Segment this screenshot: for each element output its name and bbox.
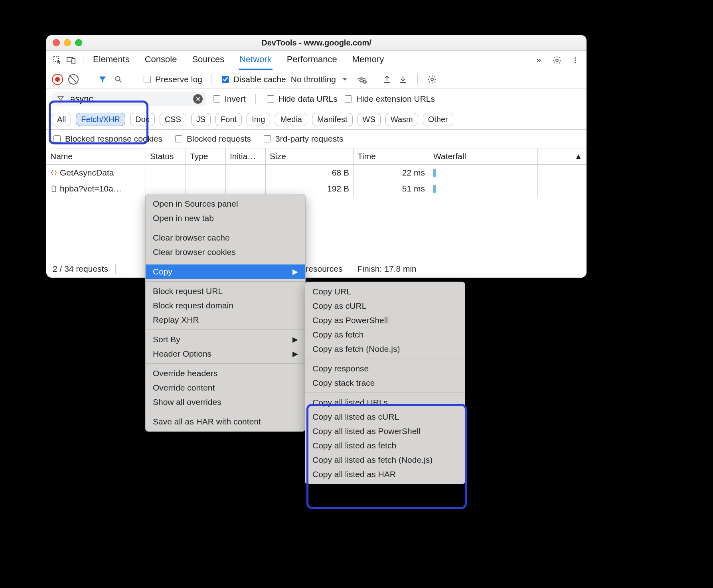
table-row[interactable]: GetAsyncData 68 B 22 ms: [46, 165, 587, 181]
col-sort-indicator[interactable]: ▲: [538, 148, 587, 164]
menu-separator: [146, 228, 305, 228]
menu-replay-xhr[interactable]: Replay XHR: [146, 313, 305, 327]
search-icon[interactable]: [113, 74, 124, 85]
cell-status: [146, 165, 186, 181]
network-conditions-icon[interactable]: [356, 74, 367, 85]
inspect-element-icon[interactable]: [52, 55, 63, 66]
menu-block-url[interactable]: Block request URL: [146, 284, 305, 298]
blocked-cookies-label: Blocked response cookies: [65, 134, 162, 144]
cell-empty: [538, 181, 587, 197]
filter-pill-manifest[interactable]: Manifest: [312, 113, 353, 126]
col-initiator[interactable]: Initia…: [226, 148, 266, 164]
menu-clear-cache[interactable]: Clear browser cache: [146, 231, 305, 245]
disable-cache-checkbox[interactable]: Disable cache: [220, 75, 286, 84]
menu-copy-stack-trace[interactable]: Copy stack trace: [305, 376, 465, 390]
menu-copy[interactable]: Copy▶: [146, 264, 305, 279]
blocked-cookies-checkbox[interactable]: Blocked response cookies: [52, 134, 162, 144]
row-name-text: hpba?vet=10a…: [60, 184, 122, 193]
kebab-menu-icon[interactable]: [570, 55, 581, 66]
tab-elements[interactable]: Elements: [92, 51, 130, 70]
col-size[interactable]: Size: [266, 148, 354, 164]
table-header: Name Status Type Initia… Size Time Water…: [46, 148, 587, 165]
filter-pill-other[interactable]: Other: [423, 113, 453, 126]
filter-input[interactable]: [69, 93, 190, 105]
menu-copy-curl[interactable]: Copy as cURL: [305, 299, 465, 313]
menu-clear-cookies[interactable]: Clear browser cookies: [146, 245, 305, 259]
tab-console[interactable]: Console: [144, 51, 178, 70]
col-time[interactable]: Time: [354, 148, 429, 164]
chevron-right-icon: ▶: [292, 349, 298, 358]
menu-override-content[interactable]: Override content: [146, 381, 305, 395]
menu-copy-all-fetch-node[interactable]: Copy all listed as fetch (Node.js): [305, 453, 465, 467]
tab-memory[interactable]: Memory: [352, 51, 385, 70]
menu-copy-fetch-node[interactable]: Copy as fetch (Node.js): [305, 342, 465, 356]
menu-override-headers[interactable]: Override headers: [146, 366, 305, 381]
menu-save-har[interactable]: Save all as HAR with content: [146, 414, 305, 429]
menu-copy-powershell[interactable]: Copy as PowerShell: [305, 313, 465, 328]
filter-pill-all[interactable]: All: [52, 113, 71, 126]
col-name[interactable]: Name: [46, 148, 146, 164]
more-tabs-icon[interactable]: »: [533, 55, 544, 66]
cell-size: 68 B: [266, 165, 354, 181]
hide-ext-urls-checkbox[interactable]: Hide extension URLs: [343, 94, 435, 104]
filter-pill-doc[interactable]: Doc: [130, 113, 155, 126]
filter-pill-img[interactable]: Img: [247, 113, 270, 126]
hide-data-urls-checkbox[interactable]: Hide data URLs: [265, 94, 338, 104]
menu-copy-all-powershell[interactable]: Copy all listed as PowerShell: [305, 424, 465, 438]
separator: [133, 74, 133, 85]
third-party-checkbox[interactable]: 3rd-party requests: [262, 134, 343, 144]
blocked-requests-label: Blocked requests: [187, 134, 251, 144]
col-waterfall[interactable]: Waterfall: [429, 148, 538, 164]
cell-type: [186, 165, 226, 181]
record-button[interactable]: [52, 74, 63, 85]
menu-show-overrides[interactable]: Show all overrides: [146, 395, 305, 409]
filter-icon[interactable]: [97, 74, 108, 85]
device-mode-icon[interactable]: [65, 55, 77, 66]
filter-pill-ws[interactable]: WS: [357, 113, 381, 126]
tab-performance[interactable]: Performance: [286, 51, 338, 70]
filter-pill-wasm[interactable]: Wasm: [385, 113, 418, 126]
filter-pill-fetch-xhr[interactable]: Fetch/XHR: [76, 113, 125, 126]
download-har-icon[interactable]: [397, 74, 409, 85]
filter-pill-js[interactable]: JS: [191, 113, 211, 126]
status-bar: 2 / 34 requests 5 B / 2.4 MB resources F…: [46, 260, 587, 278]
upload-har-icon[interactable]: [381, 74, 393, 85]
menu-sort-by[interactable]: Sort By▶: [146, 332, 305, 347]
menu-copy-fetch[interactable]: Copy as fetch: [305, 328, 465, 342]
menu-copy-all-har[interactable]: Copy all listed as HAR: [305, 467, 465, 481]
separator: [417, 74, 418, 85]
menu-open-new-tab[interactable]: Open in new tab: [146, 211, 305, 225]
menu-copy-url[interactable]: Copy URL: [305, 284, 465, 299]
menu-copy-response[interactable]: Copy response: [305, 361, 465, 376]
invert-checkbox[interactable]: Invert: [211, 94, 246, 104]
clear-button[interactable]: [68, 74, 79, 85]
tab-sources[interactable]: Sources: [191, 51, 225, 70]
svg-point-5: [575, 59, 576, 61]
clear-filter-icon[interactable]: ✕: [193, 94, 203, 104]
menu-header-options[interactable]: Header Options▶: [146, 347, 305, 361]
window-title: DevTools - www.google.com/: [46, 38, 587, 47]
resource-type-filters: All Fetch/XHR Doc CSS JS Font Img Media …: [46, 109, 587, 130]
blocked-requests-checkbox[interactable]: Blocked requests: [174, 134, 251, 144]
cell-initiator: [226, 165, 266, 181]
menu-copy-all-urls[interactable]: Copy all listed URLs: [305, 395, 465, 410]
menu-open-sources[interactable]: Open in Sources panel: [146, 197, 305, 211]
chevron-right-icon: ▶: [292, 267, 298, 276]
filter-pill-css[interactable]: CSS: [160, 113, 186, 126]
filter-pill-media[interactable]: Media: [275, 113, 307, 126]
menu-copy-all-fetch[interactable]: Copy all listed as fetch: [305, 438, 465, 453]
col-type[interactable]: Type: [186, 148, 226, 164]
tab-network[interactable]: Network: [239, 51, 273, 70]
menu-copy-all-curl[interactable]: Copy all listed as cURL: [305, 410, 465, 424]
filter-pill-font[interactable]: Font: [215, 113, 242, 126]
table-row[interactable]: hpba?vet=10a… 192 B 51 ms: [46, 181, 587, 197]
cell-time: 22 ms: [354, 165, 429, 181]
settings-icon[interactable]: [551, 55, 563, 66]
throttling-select[interactable]: No throttling: [291, 74, 351, 85]
menu-block-domain[interactable]: Block request domain: [146, 298, 305, 313]
devtools-tabbar: Elements Console Sources Network Perform…: [46, 51, 587, 70]
network-settings-icon[interactable]: [427, 74, 438, 85]
preserve-log-checkbox[interactable]: Preserve log: [142, 75, 202, 84]
col-status[interactable]: Status: [146, 148, 186, 164]
menu-separator: [305, 393, 465, 393]
